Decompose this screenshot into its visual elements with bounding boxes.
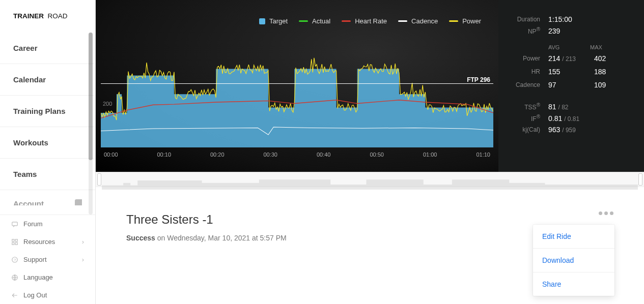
context-menu: Edit Ride Download Share — [533, 225, 614, 296]
range-handle-left[interactable] — [97, 173, 101, 186]
nav-item-account[interactable]: Account — [0, 190, 95, 205]
legend-item-cadence: Cadence — [398, 17, 438, 25]
ftp-label: FTP 296 — [467, 76, 490, 83]
sidebar-scrollbar-thumb[interactable] — [89, 33, 93, 160]
legend-swatch-hr — [342, 20, 351, 22]
ftp-line — [101, 83, 493, 84]
nav-support[interactable]: ? Support › — [0, 251, 95, 268]
x-tick: 00:20 — [210, 151, 225, 158]
nav-forum[interactable]: Forum — [0, 215, 95, 233]
nav-main: Career Calendar Training Plans Workouts … — [0, 33, 95, 215]
x-tick: 00:00 — [104, 151, 118, 158]
nav-item-label: Account — [13, 199, 44, 206]
nav-secondary-label: Log Out — [23, 291, 47, 299]
main: Target Actual Heart Rate Cadence — [96, 0, 644, 304]
help-icon: ? — [11, 256, 18, 263]
stat-hr-max: 188 — [586, 68, 632, 76]
stat-label-tss: TSS® — [511, 102, 540, 111]
nav-resources[interactable]: Resources › — [0, 233, 95, 251]
nav-bottom: Forum Resources › ? Support › Language — [0, 215, 95, 304]
logo-main: TRAINER — [13, 12, 44, 20]
legend-swatch-cadence — [398, 20, 407, 22]
stat-cadence-avg: 97 — [540, 81, 586, 89]
nav-item-career[interactable]: Career — [0, 33, 95, 64]
legend-label: Heart Rate — [355, 17, 387, 25]
stat-label-np: NP® — [511, 26, 540, 35]
dot-icon — [599, 211, 602, 215]
chevron-right-icon: › — [82, 256, 84, 263]
legend-item-power: Power — [449, 17, 481, 25]
nav-item-training-plans[interactable]: Training Plans — [0, 96, 95, 127]
svg-rect-0 — [75, 199, 82, 205]
y-tick-200: 200 — [103, 101, 112, 107]
chart-area[interactable]: Target Actual Heart Rate Cadence — [96, 0, 498, 172]
stat-col-max: MAX — [590, 44, 632, 50]
sidebar: TRAINER ROAD Career Calendar Training Pl… — [0, 0, 96, 304]
account-badge-icon — [75, 200, 82, 205]
chat-icon — [11, 221, 18, 228]
nav-item-workouts[interactable]: Workouts — [0, 127, 95, 159]
x-tick: 00:30 — [263, 151, 277, 158]
nav-secondary-label: Support — [23, 256, 47, 263]
workout-status: Success — [126, 234, 155, 242]
nav-language[interactable]: Language — [0, 268, 95, 286]
stat-label-hr: HR — [511, 68, 540, 75]
legend-item-target: Target — [259, 17, 288, 25]
menu-item-edit-ride[interactable]: Edit Ride — [533, 225, 614, 249]
stats-panel: Duration 1:15:00 NP® 239 AVG MAX Power 2… — [498, 0, 644, 172]
x-tick: 00:50 — [370, 151, 384, 158]
stat-hr-avg: 155 — [540, 68, 586, 76]
svg-rect-5 — [15, 242, 17, 245]
svg-rect-3 — [15, 239, 17, 241]
range-selector[interactable] — [96, 172, 644, 187]
stat-value-if: 0.81 / 0.81 — [540, 114, 632, 123]
stat-cadence-max: 109 — [586, 81, 632, 89]
legend-label: Target — [269, 17, 288, 25]
stat-label-cadence: Cadence — [511, 81, 540, 88]
stat-value-tss: 81 / 82 — [540, 103, 632, 111]
x-tick: 00:40 — [317, 151, 331, 158]
chart-legend: Target Actual Heart Rate Cadence — [96, 17, 488, 25]
more-menu-trigger[interactable] — [599, 211, 613, 215]
svg-rect-1 — [12, 222, 18, 225]
nav-item-teams[interactable]: Teams — [0, 159, 95, 190]
arrow-left-icon — [11, 292, 18, 299]
dot-icon — [604, 211, 608, 215]
chart-plot[interactable]: 200 FTP 296 00:00 — [101, 36, 493, 168]
nav-logout[interactable]: Log Out — [0, 286, 95, 304]
x-tick: 00:10 — [157, 151, 171, 158]
dot-icon — [610, 211, 613, 215]
stat-power-max: 402 — [586, 54, 632, 63]
workout-detail: Three Sisters -1 Success on Wednesday, M… — [96, 187, 644, 304]
logo-sub: ROAD — [48, 12, 68, 20]
stat-col-avg: AVG — [548, 44, 590, 50]
stat-label-if: IF® — [511, 114, 540, 123]
svg-text:?: ? — [14, 257, 16, 262]
svg-rect-4 — [12, 242, 14, 245]
stat-label-power: Power — [511, 55, 540, 62]
range-handle-right[interactable] — [638, 173, 642, 186]
stat-value-duration: 1:15:00 — [540, 15, 632, 23]
x-tick: 01:10 — [476, 151, 490, 158]
nav-secondary-label: Language — [23, 273, 53, 281]
stat-label-duration: Duration — [511, 16, 540, 23]
legend-swatch-target — [259, 18, 265, 24]
legend-item-hr: Heart Rate — [342, 17, 387, 25]
chart-panel: Target Actual Heart Rate Cadence — [96, 0, 644, 172]
chevron-right-icon: › — [82, 238, 84, 246]
legend-label: Actual — [312, 17, 330, 25]
menu-item-download[interactable]: Download — [533, 249, 614, 272]
globe-icon — [11, 274, 18, 281]
nav-item-calendar[interactable]: Calendar — [0, 64, 95, 96]
legend-label: Cadence — [411, 17, 438, 25]
legend-swatch-power — [449, 20, 458, 22]
stat-label-kj: kj(Cal) — [511, 126, 540, 133]
logo[interactable]: TRAINER ROAD — [0, 0, 95, 33]
stat-value-np: 239 — [540, 27, 632, 35]
nav-secondary-label: Forum — [23, 220, 43, 228]
menu-item-share[interactable]: Share — [533, 272, 614, 296]
svg-rect-2 — [12, 239, 14, 241]
legend-label: Power — [462, 17, 481, 25]
legend-swatch-actual — [299, 20, 308, 22]
grid-icon — [11, 238, 18, 246]
